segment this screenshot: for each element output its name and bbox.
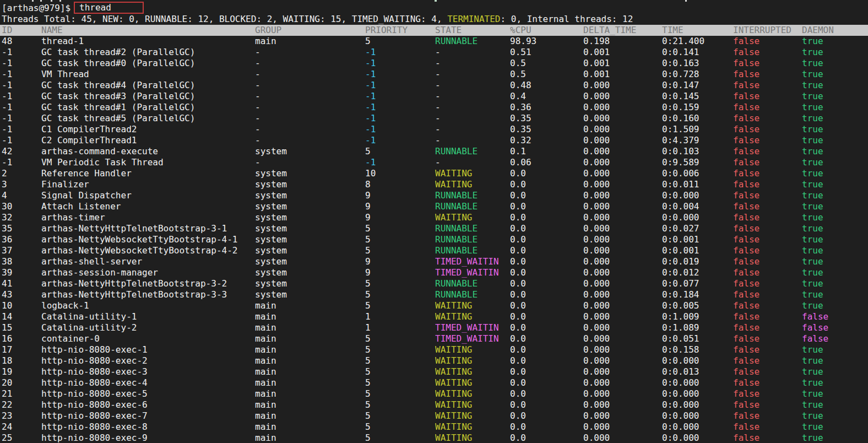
cell-id: 14 xyxy=(2,311,41,322)
cell-group: main xyxy=(255,366,365,377)
cell-state: - xyxy=(435,91,510,102)
cell-time: 0:0.013 xyxy=(662,366,733,377)
cell-time: 0:0.000 xyxy=(662,190,733,201)
cell-interrupted: false xyxy=(733,91,802,102)
cell-interrupted: false xyxy=(733,80,802,91)
cell-time: 0:1.089 xyxy=(662,322,733,333)
cell-cpu: 0.0 xyxy=(510,212,583,223)
table-row: 38arthas-shell-serversystem9TIMED_WAITIN… xyxy=(0,256,868,267)
cell-id: -1 xyxy=(2,124,41,135)
cell-name: arthas-command-execute xyxy=(41,146,255,157)
cell-id: -1 xyxy=(2,135,41,146)
cell-priority: -1 xyxy=(365,157,435,168)
cell-time: 0:0.184 xyxy=(662,289,733,300)
cell-daemon: true xyxy=(802,80,868,91)
cell-daemon: true xyxy=(802,366,868,377)
cell-group: main xyxy=(255,399,365,410)
cell-priority: 5 xyxy=(365,410,435,422)
summary-text-tail: : 0, Internal threads: 12 xyxy=(500,14,633,24)
cell-cpu: 0.35 xyxy=(510,124,583,135)
cell-time: 0:0.000 xyxy=(662,388,733,399)
cell-time: 0:0.158 xyxy=(662,344,733,355)
cell-name: http-nio-8080-exec-1 xyxy=(41,344,255,355)
header-name: NAME xyxy=(41,25,255,36)
cell-priority: -1 xyxy=(365,91,435,102)
cell-state: - xyxy=(435,113,510,124)
cell-id: 18 xyxy=(2,355,41,366)
cell-group: - xyxy=(255,124,365,135)
cell-id: 48 xyxy=(2,36,41,47)
cell-time: 0:0.000 xyxy=(662,433,733,443)
cell-cpu: 0.0 xyxy=(510,410,583,422)
cell-priority: 9 xyxy=(365,212,435,223)
cell-priority: 5 xyxy=(365,223,435,234)
cell-group: main xyxy=(255,300,365,311)
cell-name: http-nio-8080-exec-7 xyxy=(41,410,255,422)
cell-group: - xyxy=(255,157,365,168)
cell-state: WAITING xyxy=(435,410,510,422)
table-row: 4Signal Dispatchersystem9RUNNABLE0.00.00… xyxy=(0,190,868,201)
cell-daemon: true xyxy=(802,58,868,69)
cell-group: main xyxy=(255,344,365,355)
cell-cpu: 0.0 xyxy=(510,201,583,212)
cell-time: 0:0.141 xyxy=(662,47,733,58)
cell-id: 35 xyxy=(2,223,41,234)
cell-group: main xyxy=(255,388,365,399)
cell-id: 3 xyxy=(2,179,41,190)
cell-group: - xyxy=(255,58,365,69)
cell-name: GC task thread#3 (ParallelGC) xyxy=(41,91,255,102)
table-row: 32arthas-timersystem9WAITING0.00.0000:0.… xyxy=(0,212,868,223)
cell-daemon: true xyxy=(802,47,868,58)
cell-group: system xyxy=(255,146,365,157)
cell-name: container-0 xyxy=(41,333,255,344)
cell-name: Signal Dispatcher xyxy=(41,190,255,201)
cell-group: - xyxy=(255,80,365,91)
cell-priority: -1 xyxy=(365,102,435,113)
cell-time: 0:0.019 xyxy=(662,256,733,267)
cell-cpu: 0.35 xyxy=(510,113,583,124)
cell-time: 0:0.004 xyxy=(662,201,733,212)
cell-delta-time: 0.000 xyxy=(583,135,662,146)
cell-state: WAITING xyxy=(435,300,510,311)
cell-interrupted: false xyxy=(733,47,802,58)
cell-state: WAITING xyxy=(435,388,510,399)
cell-name: C1 CompilerThread2 xyxy=(41,124,255,135)
cell-priority: 5 xyxy=(365,278,435,289)
cell-group: system xyxy=(255,179,365,190)
cell-cpu: 0.0 xyxy=(510,422,583,433)
cell-delta-time: 0.000 xyxy=(583,212,662,223)
cell-interrupted: false xyxy=(733,234,802,245)
cell-state: WAITING xyxy=(435,422,510,433)
cell-priority: -1 xyxy=(365,47,435,58)
table-row: -1GC task thread#3 (ParallelGC)--1-0.40.… xyxy=(0,91,868,102)
cell-priority: 5 xyxy=(365,422,435,433)
cell-daemon: true xyxy=(802,278,868,289)
cell-name: http-nio-8080-exec-4 xyxy=(41,377,255,388)
cell-time: 0:0.163 xyxy=(662,58,733,69)
table-row: -1GC task thread#5 (ParallelGC)--1-0.350… xyxy=(0,113,868,124)
cell-cpu: 0.0 xyxy=(510,322,583,333)
cell-daemon: true xyxy=(802,234,868,245)
cell-id: -1 xyxy=(2,58,41,69)
cell-id: 19 xyxy=(2,366,41,377)
cell-priority: 1 xyxy=(365,322,435,333)
cell-cpu: 0.0 xyxy=(510,311,583,322)
cell-cpu: 0.0 xyxy=(510,355,583,366)
cell-state: RUNNABLE xyxy=(435,223,510,234)
cell-priority: 9 xyxy=(365,201,435,212)
cell-time: 0:0.000 xyxy=(662,355,733,366)
cell-interrupted: false xyxy=(733,102,802,113)
cell-state: - xyxy=(435,69,510,80)
header-id: ID xyxy=(2,25,41,36)
cell-priority: 1 xyxy=(365,311,435,322)
command-input[interactable]: thread xyxy=(74,2,144,14)
table-row: 43arthas-NettyHttpTelnetBootstrap-3-3sys… xyxy=(0,289,868,300)
cell-time: 0:0.000 xyxy=(662,422,733,433)
cell-daemon: true xyxy=(802,113,868,124)
cell-id: 30 xyxy=(2,201,41,212)
table-row: 36arthas-NettyWebsocketTtyBootstrap-4-1s… xyxy=(0,234,868,245)
cell-time: 0:0.012 xyxy=(662,267,733,278)
cell-delta-time: 0.000 xyxy=(583,168,662,179)
table-row: 16container-0main5TIMED_WAITIN0.00.0000:… xyxy=(0,333,868,344)
cell-delta-time: 0.000 xyxy=(583,377,662,388)
